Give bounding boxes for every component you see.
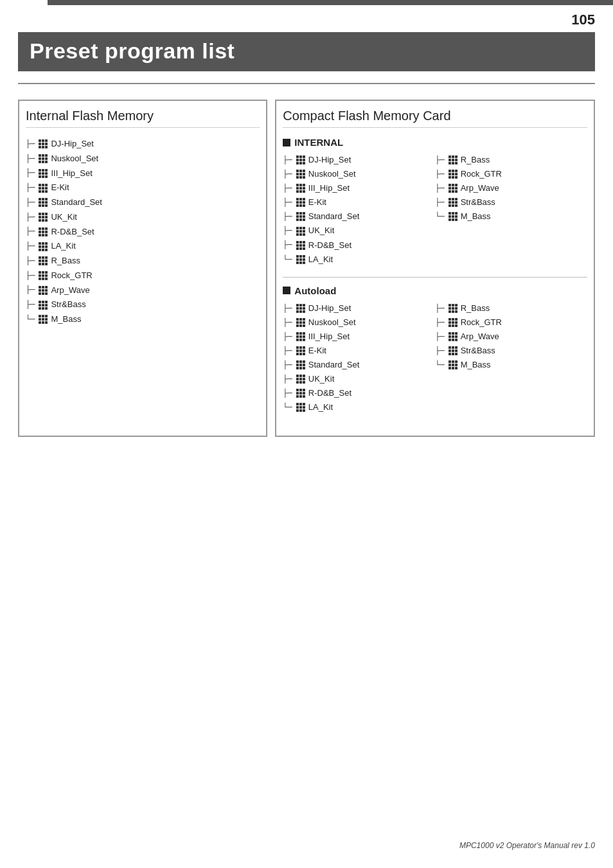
right-panel: Compact Flash Memory Card INTERNALDJ-Hip… xyxy=(275,100,595,437)
item-label: E-Kit xyxy=(51,181,69,195)
list-item: III_Hip_Set xyxy=(283,330,435,344)
item-label: Nuskool_Set xyxy=(51,152,98,166)
list-item: LA_Kit xyxy=(283,252,435,267)
tree-section-internal: INTERNALDJ-Hip_SetNuskool_SetIII_Hip_Set… xyxy=(283,137,587,267)
left-panel: Internal Flash Memory DJ-Hip_SetNuskool_… xyxy=(18,100,267,437)
item-label: R_Bass xyxy=(461,301,490,315)
grid-icon xyxy=(296,255,305,264)
grid-icon xyxy=(449,155,458,164)
tree-col-2: R_BassRock_GTRArp_WaveStr&BassM_Bass xyxy=(435,153,587,267)
item-label: M_Bass xyxy=(461,209,491,224)
branch-icon xyxy=(283,210,293,223)
branch-icon xyxy=(26,181,36,195)
grid-icon xyxy=(296,184,305,193)
item-label: LA_Kit xyxy=(308,252,333,267)
branch-icon xyxy=(283,253,293,266)
grid-icon xyxy=(296,403,305,412)
list-item: UK_Kit xyxy=(283,224,435,238)
grid-icon xyxy=(296,360,305,369)
list-item: Arp_Wave xyxy=(26,283,260,298)
grid-icon xyxy=(296,198,305,207)
page-title-box: Preset program list xyxy=(18,32,595,71)
list-item: III_Hip_Set xyxy=(26,166,260,181)
item-label: Str&Bass xyxy=(461,195,495,209)
branch-icon xyxy=(26,254,36,268)
item-label: M_Bass xyxy=(461,358,491,372)
branch-icon xyxy=(26,211,36,224)
grid-icon xyxy=(39,169,48,178)
grid-icon xyxy=(449,332,458,341)
grid-icon xyxy=(296,155,305,164)
branch-icon xyxy=(283,182,293,195)
list-item: UK_Kit xyxy=(283,372,435,386)
grid-icon xyxy=(449,212,458,221)
grid-icon xyxy=(39,154,48,163)
branch-icon xyxy=(283,168,293,181)
item-label: E-Kit xyxy=(308,344,326,358)
item-label: Rock_GTR xyxy=(461,315,502,330)
list-item: LA_Kit xyxy=(26,239,260,254)
grid-icon xyxy=(296,389,305,398)
list-item: Arp_Wave xyxy=(435,330,587,344)
branch-icon xyxy=(435,196,445,209)
grid-icon xyxy=(296,318,305,327)
branch-icon xyxy=(26,137,36,151)
section-bullet xyxy=(283,139,290,146)
item-label: Arp_Wave xyxy=(461,330,499,344)
list-item: Nuskool_Set xyxy=(26,152,260,166)
list-item: LA_Kit xyxy=(283,400,435,414)
branch-icon xyxy=(283,359,293,371)
list-item: Str&Bass xyxy=(435,344,587,358)
branch-icon xyxy=(283,316,293,329)
item-label: UK_Kit xyxy=(308,224,334,238)
branch-icon xyxy=(26,313,36,326)
item-label: Standard_Set xyxy=(51,195,102,210)
section-label: INTERNAL xyxy=(294,137,343,148)
item-label: LA_Kit xyxy=(308,400,333,414)
branch-icon xyxy=(283,330,293,343)
item-label: LA_Kit xyxy=(51,239,75,254)
grid-icon xyxy=(449,318,458,327)
grid-icon xyxy=(296,304,305,313)
item-label: Nuskool_Set xyxy=(308,315,356,330)
item-label: E-Kit xyxy=(308,195,326,209)
branch-icon xyxy=(283,238,293,251)
list-item: Nuskool_Set xyxy=(283,167,435,181)
right-sections: INTERNALDJ-Hip_SetNuskool_SetIII_Hip_Set… xyxy=(283,137,587,415)
item-label: R_Bass xyxy=(461,153,490,167)
branch-icon xyxy=(26,152,36,166)
grid-icon xyxy=(296,241,305,250)
grid-icon xyxy=(39,271,48,280)
list-item: Rock_GTR xyxy=(435,167,587,181)
item-label: R-D&B_Set xyxy=(308,386,351,400)
item-label: Str&Bass xyxy=(461,344,495,358)
item-label: Rock_GTR xyxy=(461,167,502,181)
grid-icon xyxy=(39,256,48,265)
branch-icon xyxy=(26,269,36,283)
tree-section-autoload: AutoloadDJ-Hip_SetNuskool_SetIII_Hip_Set… xyxy=(283,285,587,415)
left-tree: DJ-Hip_SetNuskool_SetIII_Hip_SetE-KitSta… xyxy=(26,137,260,327)
grid-icon xyxy=(296,170,305,179)
grid-icon xyxy=(296,227,305,236)
branch-icon xyxy=(435,302,445,315)
branch-icon xyxy=(435,182,445,195)
list-item: R-D&B_Set xyxy=(283,386,435,400)
branch-icon xyxy=(283,154,293,166)
list-item: Str&Bass xyxy=(435,195,587,209)
branch-icon xyxy=(435,168,445,181)
item-label: Arp_Wave xyxy=(461,181,499,195)
list-item: R_Bass xyxy=(435,301,587,315)
list-item: R-D&B_Set xyxy=(26,225,260,240)
section-divider xyxy=(283,277,587,278)
list-item: Standard_Set xyxy=(283,209,435,224)
branch-icon xyxy=(283,224,293,237)
branch-icon xyxy=(26,240,36,253)
list-item: Str&Bass xyxy=(26,297,260,312)
grid-icon xyxy=(39,227,48,236)
tree-col-1: DJ-Hip_SetNuskool_SetIII_Hip_SetE-KitSta… xyxy=(283,153,435,267)
grid-icon xyxy=(39,242,48,251)
list-item: DJ-Hip_Set xyxy=(26,137,260,152)
grid-icon xyxy=(449,170,458,179)
grid-icon xyxy=(39,315,48,324)
branch-icon xyxy=(435,344,445,357)
